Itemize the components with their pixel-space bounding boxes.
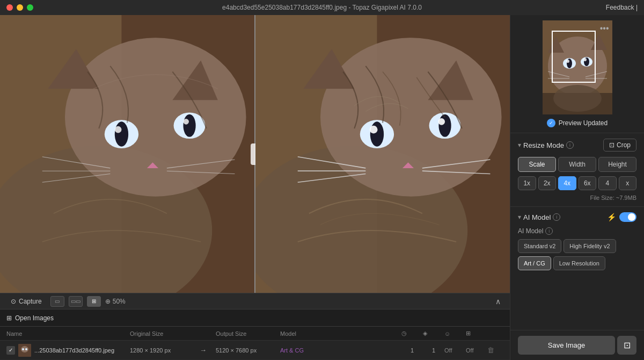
width-button[interactable]: Width [558,157,596,172]
ai-toggle-switch[interactable] [619,212,636,222]
file-col1: 1 [401,347,423,354]
capture-label: Capture [19,298,42,305]
view-single-button[interactable]: ▭ [50,296,64,307]
lightning-icon: ⚡ [607,213,616,221]
file-col4: Off [466,347,487,354]
multiplier-group: 1x 2x 4x 6x 4 x [518,176,636,190]
scale-mode-group: Scale Width Height [518,157,636,172]
file-original-size: 1280 × 1920 px [130,347,200,354]
close-button[interactable] [6,4,13,11]
svg-point-40 [22,348,24,350]
zoom-icon: ⊕ [105,298,111,305]
file-name-cell: ✓ ...25038ab177d3d2845ff0.jpeg [6,344,130,357]
file-list-area: ⊞ Open Images Name Original Size Output … [0,309,510,360]
col-original-size: Original Size [130,330,200,337]
save-image-button[interactable]: Save Image [518,336,615,355]
file-arrow-icon: → [200,346,216,354]
ai-model-chevron-icon[interactable]: ▾ [518,213,521,221]
crop-button[interactable]: ⊡ Crop [603,139,636,152]
zoom-value: 50% [113,298,126,305]
folder-icon: ⊞ [6,314,12,322]
bottom-toolbar: ⊙ Capture ▭ ▭▭ ⊞ ⊕ 50% ∧ [0,293,510,309]
height-button[interactable]: Height [598,157,636,172]
lightning-toggle: ⚡ [607,212,636,222]
ai-model-label: AI Model [523,213,551,221]
svg-point-58 [553,85,602,112]
save-options-icon: ⊡ [624,340,631,350]
svg-point-29 [438,114,451,137]
ai-model-section: ▾ AI Model i ⚡ AI Model i Standard v2 Hi… [510,206,644,279]
svg-point-8 [115,121,128,146]
more-options-button[interactable]: ••• [600,24,609,33]
save-options-button[interactable]: ⊡ [617,336,636,355]
resize-mode-header: ▾ Resize Mode i ⊡ Crop [518,139,636,152]
main-layout: ⊙ Capture ▭ ▭▭ ⊞ ⊕ 50% ∧ ⊞ Open Images N… [0,15,644,360]
capture-button[interactable]: ⊙ Capture [6,296,46,307]
ai-model-sublabel: AI Model i [518,227,636,235]
table-row[interactable]: ✓ ...25038ab177d3d2845ff0.jpeg 1280 × 19… [0,341,510,360]
svg-point-23 [320,38,502,196]
preview-status: ✓ Preview Updated [547,119,608,127]
col-model: Model [280,330,345,337]
image-left [0,15,254,293]
high-fidelity-button[interactable]: High Fidelity v2 [564,239,616,253]
check-icon: ✓ [547,119,555,127]
crop-label: Crop [617,141,631,149]
view-split-button[interactable]: ▭▭ [69,296,83,307]
preview-area: ••• ✓ Preview Updated [510,15,644,133]
mult-4x[interactable]: 4x [558,176,576,190]
col-icon1: ◷ [401,330,423,337]
open-images-label: Open Images [15,314,54,322]
window-title: e4abcd3ed55e25038ab177d3d2845ff0.jpeg - … [222,4,422,11]
ai-model-info-icon[interactable]: i [553,213,560,221]
mult-4[interactable]: 4 [598,176,617,190]
svg-point-31 [438,118,445,125]
art-cg-button[interactable]: Art / CG [518,256,551,270]
svg-point-27 [370,121,384,146]
image-right [255,15,510,293]
col-name: Name [6,330,130,337]
file-delete-button[interactable]: 🗑 [487,346,503,354]
file-thumbnail [18,344,31,357]
file-col2: 1 [423,347,444,354]
file-size-info: File Size: ~7.9MB [518,195,636,201]
minimize-button[interactable] [17,4,23,11]
zoom-display: ⊕ 50% [105,298,126,305]
file-name: ...25038ab177d3d2845ff0.jpeg [34,347,114,354]
resize-mode-section: ▾ Resize Mode i ⊡ Crop Scale Width Heigh… [510,133,644,206]
file-checkbox[interactable]: ✓ [6,346,15,355]
expand-button[interactable]: ∧ [493,296,503,307]
titlebar: e4abcd3ed55e25038ab177d3d2845ff0.jpeg - … [0,0,644,15]
mult-x[interactable]: x [619,176,637,190]
feedback-link[interactable]: Feedback | [606,4,638,11]
ai-model-sub-text: AI Model [518,227,543,235]
view-grid-button[interactable]: ⊞ [87,296,101,307]
low-resolution-button[interactable]: Low Resolution [553,256,605,270]
mult-1x[interactable]: 1x [518,176,536,190]
mult-6x[interactable]: 6x [579,176,597,190]
maximize-button[interactable] [27,4,33,11]
right-panel: ••• ✓ Preview Updated ▾ Resize Mode i ⊡ … [510,15,644,360]
scale-button[interactable]: Scale [518,157,556,172]
ai-model-header: ▾ AI Model i ⚡ [518,212,636,222]
crop-icon: ⊡ [609,141,614,149]
image-canvas[interactable] [0,15,510,293]
preview-thumbnail [543,20,612,114]
open-images-button[interactable]: ⊞ Open Images [6,314,54,322]
svg-point-4 [65,38,246,196]
svg-point-49 [566,60,569,63]
resize-chevron-icon[interactable]: ▾ [518,141,521,149]
resize-mode-label: Resize Mode [523,141,564,149]
standard-v2-button[interactable]: Standard v2 [518,239,561,253]
col-output-size: Output Size [216,330,280,337]
resize-info-icon[interactable]: i [566,141,574,149]
preview-container: ••• [543,20,612,114]
col-icon2: ◈ [423,330,444,337]
svg-point-30 [370,126,378,134]
file-list-header: ⊞ Open Images [0,309,510,327]
image-area: ⊙ Capture ▭ ▭▭ ⊞ ⊕ 50% ∧ ⊞ Open Images N… [0,15,510,360]
col-icon3: ☺ [444,330,466,337]
mult-2x[interactable]: 2x [538,176,557,190]
file-model: Art & CG [280,347,345,354]
ai-model-sub-info-icon[interactable]: i [545,227,553,235]
